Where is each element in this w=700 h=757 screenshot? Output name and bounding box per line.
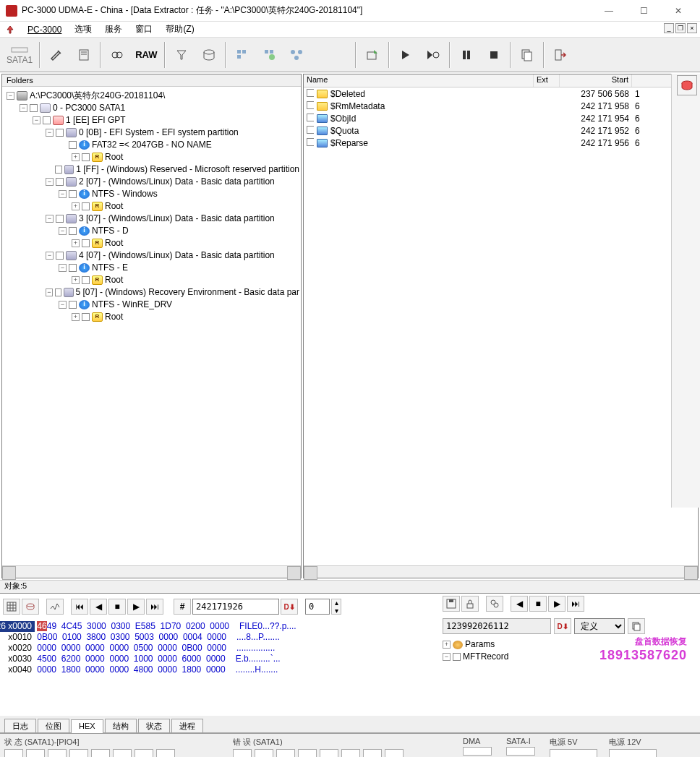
tree-checkbox[interactable]: [30, 104, 38, 112]
lock-button[interactable]: [461, 596, 479, 612]
tree-row[interactable]: −iNTFS - E: [4, 262, 299, 274]
nav-next-button[interactable]: ▶: [127, 599, 145, 615]
inspector-row[interactable]: −MFTRecord: [443, 651, 697, 663]
link-button[interactable]: [486, 596, 503, 612]
tree-checkbox[interactable]: [69, 141, 77, 149]
tree-expander[interactable]: −: [59, 301, 67, 309]
tab-日志[interactable]: 日志: [4, 719, 36, 732]
tree-checkbox[interactable]: [82, 202, 90, 210]
tree-row[interactable]: −4 [07] - (Windows/Linux) Data - Basic d…: [4, 249, 299, 262]
offset-spinner[interactable]: ▴▾: [331, 599, 341, 615]
grid-checkbox[interactable]: [307, 138, 314, 146]
tree-checkbox[interactable]: [56, 129, 64, 137]
nav-stop-button[interactable]: ■: [108, 599, 126, 615]
tab-位图[interactable]: 位图: [38, 719, 69, 732]
exit-button[interactable]: [547, 42, 573, 68]
inspector-row[interactable]: +Params: [443, 638, 697, 651]
grid-checkbox[interactable]: [307, 114, 314, 121]
tree-expander[interactable]: +: [72, 276, 80, 284]
tree-row[interactable]: +RRoot: [4, 237, 299, 249]
tree-checkbox[interactable]: [82, 313, 90, 321]
tab-状态[interactable]: 状态: [138, 719, 170, 732]
grid-checkbox[interactable]: [307, 126, 314, 134]
tree-row[interactable]: −3 [07] - (Windows/Linux) Data - Basic d…: [4, 213, 299, 225]
tree-row[interactable]: −2 [07] - (Windows/Linux) Data - Basic d…: [4, 176, 299, 188]
col-name[interactable]: Name: [304, 74, 534, 87]
tree-expander[interactable]: −: [46, 288, 53, 296]
tree-checkbox[interactable]: [43, 116, 51, 124]
tree-checkbox[interactable]: [69, 227, 77, 235]
nav-prev-button[interactable]: ◀: [90, 599, 107, 615]
tree-row[interactable]: 1 [FF] - (Windows) Reserved - Microsoft …: [4, 163, 299, 176]
maximize-button[interactable]: ☐: [628, 0, 660, 22]
tree-expander[interactable]: −: [443, 653, 451, 661]
tree-expander[interactable]: −: [46, 252, 54, 260]
tree-expander[interactable]: −: [46, 178, 54, 186]
tree-expander[interactable]: −: [59, 227, 67, 235]
tree-checkbox[interactable]: [69, 301, 77, 309]
tools-button[interactable]: [43, 42, 69, 68]
tree-row[interactable]: −A:\PC3000\英特尔240G-20181104\: [4, 90, 299, 102]
search-button[interactable]: [104, 42, 130, 68]
tab-结构[interactable]: 结构: [105, 719, 137, 732]
right-scrollbar-h[interactable]: [304, 565, 698, 578]
play-button[interactable]: [393, 42, 419, 68]
tree-row[interactable]: iFAT32 =< 2047GB - NO NAME: [4, 139, 299, 151]
grid-checkbox[interactable]: [307, 89, 314, 97]
tree-expander[interactable]: −: [59, 190, 67, 198]
col-ext[interactable]: Ext: [534, 74, 560, 87]
tree-row[interactable]: −iNTFS - WinRE_DRV: [4, 299, 299, 311]
menu-window[interactable]: 窗口: [129, 22, 158, 37]
tree-row[interactable]: +RRoot: [4, 311, 299, 323]
tree-row[interactable]: +RRoot: [4, 274, 299, 286]
tree-expander[interactable]: +: [72, 153, 80, 161]
menu-options[interactable]: 选项: [69, 22, 98, 37]
tree-expander[interactable]: −: [46, 215, 54, 223]
copy-button[interactable]: [514, 42, 540, 68]
tree-row[interactable]: −1 [EE] EFI GPT: [4, 114, 299, 127]
tree-expander[interactable]: −: [7, 92, 14, 100]
tree-row[interactable]: −0 [0B] - EFI System - EFI system partit…: [4, 127, 299, 139]
insp-stop-button[interactable]: ■: [529, 596, 547, 612]
tree-expander[interactable]: −: [33, 116, 40, 124]
log-button[interactable]: [71, 42, 97, 68]
nav-last-button[interactable]: ⏭: [146, 599, 163, 615]
sata-port-button[interactable]: SATA1: [3, 42, 36, 68]
map-button-3[interactable]: [284, 42, 310, 68]
insp-last-button[interactable]: ⏭: [567, 596, 584, 612]
pause-button[interactable]: [453, 42, 479, 68]
tree-checkbox[interactable]: [453, 653, 461, 661]
drive-button[interactable]: [196, 42, 222, 68]
tree-row[interactable]: −0 - PC3000 SATA1: [4, 102, 299, 114]
col-start[interactable]: Start: [560, 74, 632, 87]
tree-checkbox[interactable]: [56, 178, 64, 186]
inspector-tree[interactable]: +Params−MFTRecord: [443, 638, 697, 663]
lba-input[interactable]: [192, 599, 279, 615]
tree-expander[interactable]: +: [72, 239, 80, 247]
grid-row[interactable]: $RmMetadata242 171 9586: [304, 100, 698, 112]
files-grid[interactable]: $Deleted237 506 5681$RmMetadata242 171 9…: [304, 87, 698, 565]
stop-button[interactable]: [481, 42, 507, 68]
tree-row[interactable]: −iNTFS - Windows: [4, 188, 299, 200]
hex-graph-button[interactable]: [46, 599, 64, 615]
insp-prev-button[interactable]: ◀: [511, 596, 528, 612]
close-button[interactable]: ✕: [662, 0, 694, 22]
pound-button[interactable]: #: [174, 599, 191, 615]
hex-grid-button[interactable]: [3, 599, 20, 615]
tree-checkbox[interactable]: [56, 252, 64, 260]
mdi-close-button[interactable]: ×: [687, 23, 697, 33]
insp-copy-button[interactable]: [628, 618, 645, 634]
menu-service[interactable]: 服务: [99, 22, 128, 37]
tree-row[interactable]: +RRoot: [4, 151, 299, 163]
minimize-button[interactable]: —: [593, 0, 625, 22]
tree-expander[interactable]: −: [59, 264, 67, 272]
tree-expander[interactable]: +: [72, 202, 80, 210]
tree-checkbox[interactable]: [56, 215, 64, 223]
tree-expander[interactable]: +: [72, 313, 80, 321]
tree-expander[interactable]: +: [443, 641, 451, 649]
tab-HEX[interactable]: HEX: [71, 719, 103, 733]
tree-checkbox[interactable]: [55, 166, 62, 174]
offset-input[interactable]: [305, 599, 330, 615]
funnel-button[interactable]: [168, 42, 195, 68]
export-button[interactable]: [359, 42, 385, 68]
